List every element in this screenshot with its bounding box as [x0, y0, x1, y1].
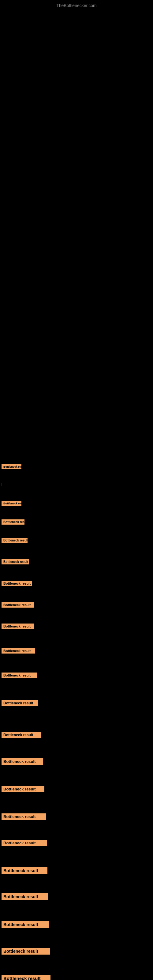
bottleneck-result-label[interactable]: Bottleneck result: [2, 559, 29, 565]
site-title: TheBottlenecker.com: [0, 0, 153, 11]
bottleneck-result-label[interactable]: Bottleneck result: [2, 700, 38, 706]
bottleneck-result-label[interactable]: Bottleneck result: [2, 673, 37, 678]
bottleneck-result-label[interactable]: Bottleneck result: [2, 975, 51, 980]
bottleneck-result-label[interactable]: Bottleneck result: [2, 624, 33, 629]
bottleneck-result-label[interactable]: Bottleneck result: [2, 732, 41, 738]
separator-label: |: [2, 483, 2, 486]
bottleneck-result-label[interactable]: Bottleneck result: [2, 758, 43, 765]
bottleneck-result-label[interactable]: Bottleneck result: [2, 921, 49, 928]
bottleneck-result-label[interactable]: Bottleneck result: [2, 786, 45, 792]
labels-container: Bottleneck result|Bottleneck resultBottl…: [0, 11, 153, 980]
bottleneck-result-label[interactable]: Bottleneck result: [2, 501, 21, 506]
bottleneck-result-label[interactable]: Bottleneck result: [2, 648, 35, 654]
bottleneck-result-label[interactable]: Bottleneck result: [2, 581, 32, 586]
bottleneck-result-label[interactable]: Bottleneck result: [2, 464, 21, 469]
bottleneck-result-label[interactable]: Bottleneck result: [2, 813, 46, 820]
bottleneck-result-label[interactable]: Bottleneck result: [2, 867, 48, 874]
bottleneck-result-label[interactable]: Bottleneck result: [2, 948, 50, 955]
bottleneck-result-label[interactable]: Bottleneck result: [2, 893, 48, 900]
bottleneck-result-label[interactable]: Bottleneck result: [2, 519, 24, 525]
bottleneck-result-label[interactable]: Bottleneck result: [2, 602, 33, 608]
page-wrapper: TheBottlenecker.com Bottleneck result|Bo…: [0, 0, 153, 980]
bottleneck-result-label[interactable]: Bottleneck result: [2, 538, 27, 543]
bottleneck-result-label[interactable]: Bottleneck result: [2, 840, 47, 846]
